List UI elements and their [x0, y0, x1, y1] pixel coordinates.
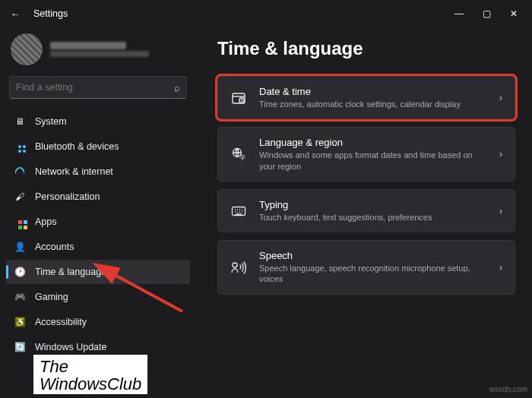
sidebar-item-label: Time & language [35, 267, 106, 277]
chevron-right-icon: › [499, 149, 502, 160]
sidebar-item-label: Apps [35, 216, 57, 227]
sidebar-item-label: Accessibility [35, 317, 87, 327]
sidebar: ⌕ System Bluetooth & devices Network & i… [0, 27, 196, 398]
window-title: Settings [33, 8, 68, 19]
card-subtitle: Time zones, automatic clock settings, ca… [259, 99, 487, 109]
sidebar-item-system[interactable]: System [6, 109, 190, 134]
sidebar-item-label: System [35, 116, 67, 127]
card-title: Language & region [259, 137, 487, 148]
sidebar-item-label: Personalization [35, 191, 100, 202]
accounts-icon [14, 241, 26, 253]
card-typing[interactable]: Typing Touch keyboard, text suggestions,… [217, 189, 515, 232]
user-email-redacted [50, 51, 149, 57]
card-subtitle: Windows and some apps format dates and t… [259, 150, 487, 172]
card-date-time[interactable]: Date & time Time zones, automatic clock … [217, 76, 515, 119]
back-button[interactable]: ← [5, 8, 26, 20]
apps-icon [14, 216, 26, 228]
calendar-icon [230, 90, 247, 106]
sidebar-item-accessibility[interactable]: Accessibility [6, 310, 190, 334]
avatar [11, 33, 43, 65]
watermark: The WindowsClub [33, 355, 147, 394]
main-content: Time & language Date & time Time zones, … [196, 27, 532, 398]
watermark-line2: WindowsClub [40, 375, 141, 393]
chevron-right-icon: › [499, 262, 502, 273]
card-title: Typing [259, 199, 487, 210]
sidebar-item-accounts[interactable]: Accounts [6, 235, 190, 259]
sidebar-item-label: Gaming [35, 292, 68, 302]
user-text [50, 42, 149, 57]
chevron-right-icon: › [499, 93, 502, 103]
svg-point-5 [233, 263, 237, 267]
accessibility-icon [14, 316, 26, 328]
titlebar: ← Settings — ▢ ✕ [0, 0, 532, 27]
sidebar-item-label: Accounts [35, 242, 74, 252]
maximize-button[interactable]: ▢ [473, 3, 500, 24]
card-language-region[interactable]: 字 Language & region Windows and some app… [217, 127, 515, 182]
gaming-icon [14, 291, 26, 303]
sidebar-item-network[interactable]: Network & internet [6, 160, 190, 184]
user-name-redacted [50, 42, 126, 49]
keyboard-icon [230, 203, 247, 220]
wifi-icon [14, 166, 26, 178]
sidebar-item-label: Windows Update [35, 342, 107, 352]
svg-text:字: 字 [239, 154, 245, 161]
clock-icon [14, 266, 26, 278]
card-subtitle: Speech language, speech recognition micr… [259, 263, 487, 285]
card-subtitle: Touch keyboard, text suggestions, prefer… [259, 212, 487, 223]
sidebar-item-personalization[interactable]: Personalization [6, 185, 190, 209]
sidebar-item-time-language[interactable]: Time & language [6, 260, 190, 284]
bluetooth-icon [14, 141, 26, 153]
chevron-right-icon: › [499, 206, 502, 216]
sidebar-item-label: Bluetooth & devices [35, 141, 119, 152]
sidebar-item-apps[interactable]: Apps [6, 210, 190, 234]
card-speech[interactable]: Speech Speech language, speech recogniti… [217, 240, 515, 295]
search-input[interactable] [16, 82, 174, 93]
nav-list: System Bluetooth & devices Network & int… [6, 109, 190, 359]
update-icon [14, 341, 26, 353]
watermark-line1: The [40, 358, 141, 375]
source-watermark: wsxdn.com [489, 385, 527, 393]
card-title: Speech [259, 250, 487, 261]
speech-icon [230, 259, 247, 276]
card-title: Date & time [259, 86, 487, 97]
user-profile[interactable] [6, 27, 190, 76]
sidebar-item-label: Network & internet [35, 166, 113, 177]
search-box[interactable]: ⌕ [9, 76, 187, 99]
system-icon [14, 115, 26, 128]
globe-language-icon: 字 [230, 146, 247, 163]
sidebar-item-gaming[interactable]: Gaming [6, 285, 190, 309]
page-title: Time & language [217, 38, 515, 59]
brush-icon [14, 191, 26, 203]
search-icon: ⌕ [174, 82, 180, 93]
sidebar-item-bluetooth[interactable]: Bluetooth & devices [6, 134, 190, 159]
close-button[interactable]: ✕ [500, 3, 527, 24]
minimize-button[interactable]: — [445, 3, 473, 24]
